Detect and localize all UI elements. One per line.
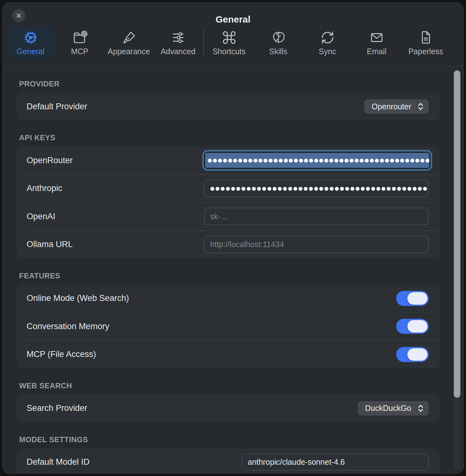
- tab-email-label: Email: [367, 48, 386, 55]
- toggle-knob: [407, 292, 427, 305]
- tab-paperless-label: Paperless: [408, 48, 443, 55]
- ollama-url-input[interactable]: [204, 236, 429, 253]
- tab-sync[interactable]: Sync: [303, 26, 352, 59]
- masked-api-key: ●●●●●●●●●●●●●●●●●●●●●●●●●●●●●●●●●●●●●●●●…: [210, 186, 429, 191]
- brain-icon: [271, 30, 286, 45]
- search-provider-label: Search Provider: [27, 403, 87, 413]
- paintbrush-icon: [121, 30, 137, 45]
- tab-email[interactable]: Email: [352, 26, 401, 59]
- api-keys-card: OpenRouter ●●●●●●●●●●●●●●●●●●●●●●●●●●●●●…: [17, 147, 440, 258]
- default-provider-label: Default Provider: [27, 102, 87, 111]
- online-mode-row: Online Mode (Web Search): [17, 285, 440, 312]
- chevron-up-down-icon: [417, 102, 424, 111]
- openai-key-input[interactable]: [204, 208, 429, 225]
- folder-gear-icon: [72, 30, 88, 45]
- web-search-card: Search Provider DuckDuckGo: [17, 395, 440, 422]
- openrouter-key-label: OpenRouter: [27, 156, 73, 165]
- masked-api-key: ●●●●●●●●●●●●●●●●●●●●●●●●●●●●●●●●●●●●●●●●…: [208, 158, 429, 163]
- sliders-icon: [170, 30, 186, 45]
- section-provider: PROVIDER Default Provider Openrouter: [17, 80, 439, 120]
- ollama-url-row: Ollama URL: [17, 231, 440, 258]
- tab-paperless[interactable]: Paperless: [401, 26, 450, 59]
- section-web-search: WEB SEARCH Search Provider DuckDuckGo: [17, 381, 439, 422]
- tab-mcp-label: MCP: [71, 48, 89, 55]
- toggle-knob: [407, 320, 427, 333]
- tab-advanced-label: Advanced: [161, 48, 195, 55]
- tab-advanced[interactable]: Advanced: [153, 26, 203, 59]
- conversation-memory-toggle[interactable]: [396, 319, 429, 334]
- toggle-knob: [407, 348, 427, 361]
- openai-key-label: OpenAI: [27, 212, 55, 221]
- mcp-file-access-row: MCP (File Access): [17, 341, 440, 368]
- features-card: Online Mode (Web Search) Conversation Me…: [17, 285, 440, 368]
- openrouter-key-row: OpenRouter ●●●●●●●●●●●●●●●●●●●●●●●●●●●●●…: [17, 147, 440, 174]
- default-model-row: Default Model ID: [17, 448, 440, 474]
- section-model-settings: MODEL SETTINGS Default Model ID: [17, 435, 439, 474]
- default-model-label: Default Model ID: [27, 457, 90, 467]
- section-header-api-keys: API KEYS: [19, 133, 439, 142]
- tab-mcp[interactable]: MCP: [55, 26, 104, 59]
- online-mode-label: Online Mode (Web Search): [27, 293, 129, 303]
- anthropic-key-input[interactable]: ●●●●●●●●●●●●●●●●●●●●●●●●●●●●●●●●●●●●●●●●…: [204, 180, 429, 197]
- title-bar: General: [3, 3, 463, 25]
- scrollbar-thumb[interactable]: [454, 70, 460, 398]
- default-provider-select[interactable]: Openrouter: [364, 99, 429, 114]
- conversation-memory-row: Conversation Memory: [17, 313, 440, 340]
- chevron-up-down-icon: [417, 404, 424, 413]
- tab-sync-label: Sync: [319, 48, 336, 55]
- tab-general[interactable]: General: [6, 26, 55, 59]
- document-icon: [418, 30, 434, 45]
- settings-window: General General: [3, 3, 463, 473]
- section-api-keys: API KEYS OpenRouter ●●●●●●●●●●●●●●●●●●●●…: [17, 133, 439, 258]
- section-header-provider: PROVIDER: [19, 80, 439, 88]
- mcp-file-access-label: MCP (File Access): [27, 349, 96, 359]
- toolbar-divider: [203, 28, 204, 57]
- online-mode-toggle[interactable]: [396, 291, 429, 306]
- tab-skills-label: Skills: [269, 48, 287, 55]
- ollama-url-label: Ollama URL: [27, 240, 73, 249]
- section-header-features: FEATURES: [19, 272, 439, 280]
- section-features: FEATURES Online Mode (Web Search) Conver…: [17, 272, 439, 368]
- toolbar: General MCP Appearance: [3, 25, 463, 66]
- anthropic-key-row: Anthropic ●●●●●●●●●●●●●●●●●●●●●●●●●●●●●●…: [17, 175, 440, 202]
- openai-key-row: OpenAI: [17, 203, 440, 230]
- provider-card: Default Provider Openrouter: [17, 93, 440, 120]
- search-provider-select[interactable]: DuckDuckGo: [358, 401, 429, 416]
- settings-content: PROVIDER Default Provider Openrouter API…: [3, 66, 463, 473]
- tab-shortcuts-label: Shortcuts: [213, 48, 246, 55]
- default-provider-row: Default Provider Openrouter: [17, 93, 440, 120]
- section-header-web-search: WEB SEARCH: [19, 381, 439, 390]
- tab-general-label: General: [17, 48, 44, 55]
- tab-appearance-label: Appearance: [108, 48, 150, 55]
- openrouter-key-input[interactable]: ●●●●●●●●●●●●●●●●●●●●●●●●●●●●●●●●●●●●●●●●…: [204, 152, 431, 169]
- conversation-memory-label: Conversation Memory: [27, 322, 109, 331]
- selected-text-highlight: ●●●●●●●●●●●●●●●●●●●●●●●●●●●●●●●●●●●●●●●●…: [205, 153, 429, 168]
- page-title: General: [3, 3, 463, 25]
- mcp-file-access-toggle[interactable]: [396, 347, 429, 362]
- anthropic-key-label: Anthropic: [27, 184, 62, 193]
- model-settings-card: Default Model ID: [17, 448, 440, 474]
- scrollbar-track: [454, 69, 460, 469]
- tab-appearance[interactable]: Appearance: [104, 26, 153, 59]
- gear-icon: [23, 30, 39, 45]
- sync-icon: [320, 30, 335, 45]
- command-icon: [221, 30, 237, 45]
- default-model-input[interactable]: [241, 454, 429, 471]
- envelope-icon: [369, 30, 385, 45]
- tab-skills[interactable]: Skills: [254, 26, 303, 59]
- search-provider-row: Search Provider DuckDuckGo: [17, 395, 440, 422]
- tab-shortcuts[interactable]: Shortcuts: [205, 26, 254, 59]
- section-header-model-settings: MODEL SETTINGS: [19, 435, 439, 444]
